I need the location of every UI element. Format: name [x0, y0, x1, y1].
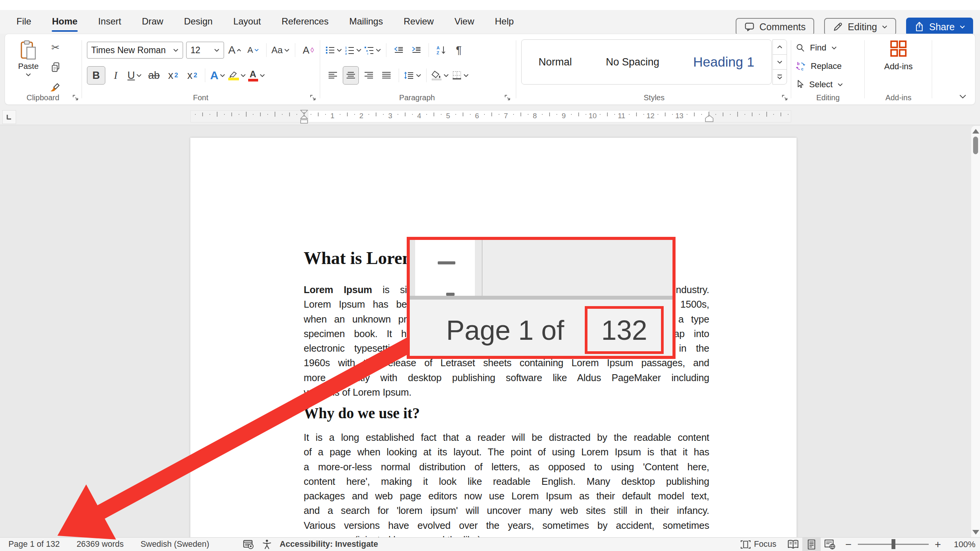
- tab-layout[interactable]: Layout: [223, 10, 271, 34]
- cut-button[interactable]: ✂: [48, 39, 63, 55]
- zoom-in-button[interactable]: +: [935, 538, 941, 551]
- tab-file[interactable]: File: [6, 10, 42, 34]
- style-item-heading1[interactable]: Heading 1: [689, 54, 759, 70]
- clear-formatting-button[interactable]: A◊: [301, 41, 316, 59]
- zoom-slider[interactable]: [858, 544, 929, 545]
- status-language[interactable]: Swedish (Sweden): [141, 540, 209, 549]
- grow-font-button[interactable]: A: [227, 41, 242, 59]
- share-button[interactable]: Share: [906, 18, 973, 36]
- scrollbar-thumb[interactable]: [973, 137, 978, 154]
- font-dialog-launcher[interactable]: [309, 94, 317, 101]
- tab-home[interactable]: Home: [42, 10, 88, 34]
- strikethrough-button[interactable]: ab: [145, 67, 163, 84]
- show-paragraph-marks-button[interactable]: ¶: [451, 41, 466, 59]
- bullets-button[interactable]: [325, 41, 342, 59]
- increase-indent-button[interactable]: [409, 41, 424, 59]
- borders-button[interactable]: [452, 67, 469, 84]
- align-left-button[interactable]: [325, 67, 340, 84]
- ruler-tick: [463, 112, 463, 116]
- ruler-tick: [600, 114, 600, 115]
- callout-page-label: Page 1 of: [446, 306, 564, 354]
- bold-button[interactable]: B: [87, 66, 105, 85]
- collapse-ribbon-button[interactable]: [958, 93, 967, 100]
- copy-button[interactable]: [48, 59, 63, 75]
- ruler-tick: [723, 112, 723, 116]
- tab-mailings[interactable]: Mailings: [339, 10, 393, 34]
- tab-draw[interactable]: Draw: [131, 10, 173, 34]
- styles-scroll-down-button[interactable]: [773, 55, 787, 70]
- ruler-tick: [766, 112, 767, 117]
- styles-dialog-launcher[interactable]: [781, 94, 789, 101]
- zoom-level[interactable]: 100%: [941, 540, 975, 549]
- superscript-button[interactable]: x2: [183, 67, 201, 84]
- vertical-scrollbar[interactable]: [971, 126, 980, 538]
- font-size-select[interactable]: 12: [186, 42, 224, 59]
- tab-references[interactable]: References: [271, 10, 339, 34]
- macro-record-icon[interactable]: [243, 539, 254, 550]
- format-painter-button[interactable]: [48, 79, 63, 95]
- highlight-color-button[interactable]: [228, 67, 246, 84]
- font-color-button[interactable]: A: [248, 67, 265, 84]
- tab-view[interactable]: View: [444, 10, 485, 34]
- font-name-select[interactable]: Times New Roman: [87, 42, 183, 59]
- align-right-button[interactable]: [361, 67, 376, 84]
- ruler-number: 6: [471, 112, 483, 120]
- line-spacing-button[interactable]: [404, 67, 422, 84]
- paragraph-dialog-launcher[interactable]: [504, 94, 511, 101]
- ruler-number: 12: [645, 112, 656, 120]
- web-layout-button[interactable]: [821, 538, 839, 551]
- print-layout-button[interactable]: [802, 538, 821, 551]
- multilevel-list-button[interactable]: ai: [364, 41, 381, 59]
- ruler-number: 4: [414, 112, 425, 120]
- shading-button[interactable]: [431, 67, 449, 84]
- read-mode-button[interactable]: [784, 538, 802, 551]
- select-button[interactable]: Select: [795, 77, 843, 92]
- status-word-count[interactable]: 26369 words: [77, 540, 124, 549]
- ruler-tick: [368, 114, 369, 115]
- status-accessibility[interactable]: Accessibility: Investigate: [280, 540, 378, 549]
- underline-button[interactable]: U: [126, 67, 144, 84]
- status-page-indicator[interactable]: Page 1 of 132: [8, 540, 60, 549]
- comments-button[interactable]: Comments: [736, 18, 814, 36]
- right-indent-marker[interactable]: [705, 115, 713, 122]
- numbering-button[interactable]: 123: [345, 41, 362, 59]
- ruler-tick: [325, 114, 326, 115]
- align-center-button[interactable]: [343, 66, 359, 85]
- paste-button[interactable]: Paste: [13, 40, 43, 77]
- copy-icon: [51, 62, 61, 73]
- replace-button[interactable]: bc Replace: [795, 59, 842, 74]
- zoom-out-button[interactable]: −: [845, 538, 851, 551]
- document-bold-lead: Lorem Ipsum: [304, 284, 372, 295]
- italic-button[interactable]: I: [107, 67, 124, 84]
- tab-review[interactable]: Review: [393, 10, 444, 34]
- tab-help[interactable]: Help: [484, 10, 524, 34]
- callout-ruler-tick: [438, 261, 455, 264]
- change-case-button[interactable]: Aa: [272, 41, 290, 59]
- ruler-tick: [239, 114, 239, 115]
- zoom-slider-thumb[interactable]: [892, 539, 895, 549]
- decrease-indent-button[interactable]: [391, 41, 406, 59]
- editing-mode-button[interactable]: Editing: [824, 18, 896, 36]
- addins-button[interactable]: Add-ins: [866, 39, 931, 72]
- styles-more-button[interactable]: [773, 70, 787, 84]
- scroll-down-arrow-icon[interactable]: [972, 530, 979, 535]
- ruler-tick: [665, 112, 666, 116]
- tab-design[interactable]: Design: [173, 10, 223, 34]
- horizontal-ruler[interactable]: 12345678910111213: [0, 108, 980, 125]
- focus-mode-button[interactable]: Focus: [740, 540, 777, 549]
- tab-stop-selector[interactable]: [2, 110, 16, 124]
- sort-button[interactable]: AZ: [434, 41, 449, 59]
- clipboard-dialog-launcher[interactable]: [72, 94, 79, 101]
- shrink-font-button[interactable]: A: [245, 41, 261, 59]
- text-effects-button[interactable]: A: [209, 67, 227, 84]
- subscript-button[interactable]: x2: [164, 67, 182, 84]
- justify-button[interactable]: [379, 67, 394, 84]
- group-paragraph: 123 ai AZ ¶ Paragraph: [321, 34, 513, 104]
- style-item-nospacing[interactable]: No Spacing: [601, 56, 664, 68]
- styles-scroll-up-button[interactable]: [773, 40, 787, 55]
- find-button[interactable]: Find: [795, 40, 837, 55]
- scroll-up-arrow-icon[interactable]: [972, 129, 979, 134]
- tab-insert[interactable]: Insert: [88, 10, 131, 34]
- format-painter-icon: [50, 82, 61, 93]
- style-item-normal[interactable]: Normal: [534, 56, 576, 68]
